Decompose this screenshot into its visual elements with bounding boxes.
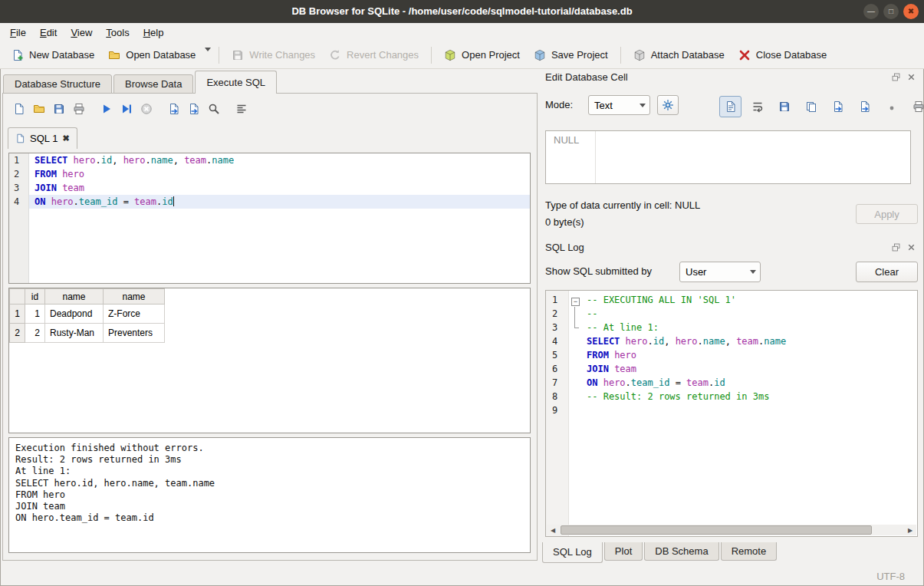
chevron-down-icon [750,270,756,274]
toolbar-separator [620,47,621,64]
save-cell-button[interactable] [773,96,795,117]
log-line[interactable]: JOIN team [581,362,917,376]
menu-file[interactable]: File [3,25,33,41]
log-horizontal-scrollbar[interactable]: ◀ ▶ [547,525,916,535]
export-results-button[interactable] [184,99,204,119]
new-sql-tab-button[interactable] [9,99,29,119]
print-sql-button[interactable] [69,99,89,119]
tab-db-schema[interactable]: DB Schema [644,542,718,561]
table-cell[interactable]: 2 [25,324,45,343]
dock-close-icon[interactable] [906,242,916,252]
execute-all-button[interactable] [97,99,117,119]
attach-database-icon [633,49,646,61]
mode-label: Mode: [545,99,573,110]
table-cell[interactable]: Z-Force [104,305,165,324]
scroll-left-icon[interactable]: ◀ [547,527,559,534]
cell-editor[interactable]: NULL [545,130,911,184]
editor-content[interactable]: SELECT hero.id, hero.name, team.nameFROM… [29,153,530,283]
execution-output[interactable]: Execution finished without errors. Resul… [8,437,531,553]
editor-line[interactable]: JOIN team [29,181,530,195]
export-cell-button[interactable] [853,96,876,117]
tab-sql-log[interactable]: SQL Log [542,542,603,563]
menu-tools[interactable]: Tools [99,25,136,41]
scrollbar-thumb[interactable] [561,525,872,535]
tab-database-structure[interactable]: Database Structure [3,74,112,94]
editor-line[interactable]: SELECT hero.id, hero.name, team.name [29,153,530,167]
log-line[interactable]: SELECT hero.id, hero.name, team.name [581,334,917,348]
table-row[interactable]: 22Rusty-ManPreventers [10,324,165,343]
format-sql-button[interactable] [232,99,252,119]
table-cell[interactable]: Rusty-Man [45,324,104,343]
table-cell[interactable]: Deadpond [45,305,104,324]
attach-database-button[interactable]: Attach Database [626,44,732,66]
close-database-button[interactable]: Close Database [732,44,834,66]
save-sql-file-button[interactable] [49,99,69,119]
table-cell[interactable]: 1 [25,305,45,324]
dock-close-icon[interactable] [906,72,916,82]
menu-view[interactable]: View [64,25,99,41]
column-header[interactable]: name [104,289,165,305]
open-database-dropdown[interactable] [202,47,213,64]
set-null-button[interactable] [880,96,903,117]
row-header[interactable]: 2 [10,324,25,343]
close-tab-icon[interactable]: ✖ [62,133,69,143]
mode-select[interactable]: Text [588,95,650,115]
results-grid[interactable]: idnamename 11DeadpondZ-Force22Rusty-ManP… [8,288,531,433]
open-sql-file-button[interactable] [29,99,49,119]
import-cell-button[interactable] [827,96,849,117]
copy-cell-button[interactable] [800,96,822,117]
column-header[interactable]: name [45,289,104,305]
sql-editor[interactable]: 1234 SELECT hero.id, hero.name, team.nam… [8,153,531,284]
text-mode-button[interactable] [719,96,742,117]
print-cell-button[interactable] [907,96,924,117]
line-number: 6 [546,362,568,376]
table-row[interactable]: 11DeadpondZ-Force [10,305,165,324]
editor-line[interactable]: ON hero.team_id = team.id [29,195,530,209]
column-header[interactable]: id [25,289,45,305]
editor-line[interactable]: FROM hero [29,167,530,181]
log-line[interactable]: -- EXECUTING ALL IN 'SQL 1' [581,293,917,307]
collapse-icon[interactable]: − [571,298,580,306]
corner-header[interactable] [10,289,25,305]
auto-mode-button[interactable] [657,95,679,115]
clear-log-button[interactable]: Clear [856,262,918,282]
word-wrap-button[interactable] [746,96,768,117]
results-header-row[interactable]: idnamename [10,289,165,305]
menu-help[interactable]: Help [136,25,171,41]
tab-execute-sql[interactable]: Execute SQL [195,71,277,94]
log-line[interactable]: -- Result: 2 rows returned in 3ms [581,390,917,403]
log-content[interactable]: -- EXECUTING ALL IN 'SQL 1'---- At line … [581,291,917,524]
save-results-button[interactable] [164,99,184,119]
tab-browse-data[interactable]: Browse Data [113,74,193,94]
sql-document-tab[interactable]: SQL 1 ✖ [8,127,77,149]
log-line[interactable]: FROM hero [581,348,917,362]
tab-remote[interactable]: Remote [721,542,778,561]
open-database-button[interactable]: Open Database [101,44,202,66]
submitted-by-select[interactable]: User [679,262,761,282]
float-icon[interactable] [891,72,901,82]
line-number: 3 [9,181,28,195]
execute-line-button[interactable] [117,99,136,119]
close-button[interactable]: ✖ [903,4,919,19]
row-header[interactable]: 1 [10,305,25,324]
line-number: 1 [9,153,28,167]
sql-log-view[interactable]: 123456789 − -- EXECUTING ALL IN 'SQL 1'-… [545,290,918,537]
log-line[interactable]: -- At line 1: [581,321,917,334]
line-number: 7 [546,376,568,390]
log-line[interactable] [581,403,917,417]
save-project-button[interactable]: Save Project [527,44,615,66]
line-number: 5 [546,348,568,362]
float-icon[interactable] [891,242,901,252]
minimize-button[interactable]: — [863,4,879,19]
log-line[interactable]: -- [581,307,917,321]
log-line[interactable]: ON hero.team_id = team.id [581,376,917,390]
tab-plot[interactable]: Plot [604,542,643,561]
menu-edit[interactable]: Edit [33,25,64,41]
scroll-right-icon[interactable]: ▶ [904,527,916,534]
right-dock-area: Edit Database Cell Mode: Text NULL Ty [541,69,924,568]
open-project-button[interactable]: Open Project [437,44,527,66]
table-cell[interactable]: Preventers [104,324,165,343]
maximize-button[interactable]: □ [883,4,899,19]
new-database-button[interactable]: New Database [5,44,101,66]
find-replace-button[interactable] [204,99,224,119]
